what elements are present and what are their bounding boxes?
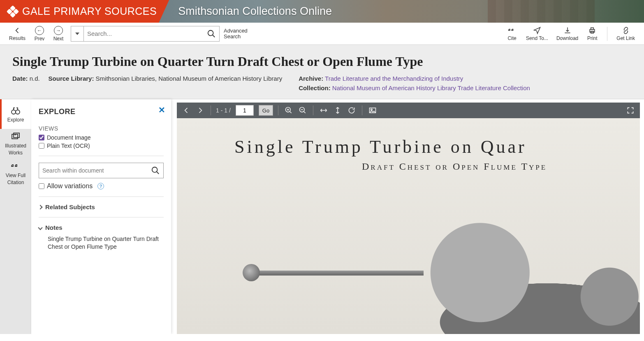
panel-divider-2 (39, 196, 164, 197)
archive-label: Archive: (299, 75, 323, 82)
brand-title: GALE PRIMARY SOURCES (22, 5, 157, 17)
rail-citation-label1: View Full (6, 173, 25, 178)
fit-width-button[interactable] (318, 105, 329, 116)
viewer-divider (211, 105, 211, 115)
close-panel-button[interactable]: ✕ (158, 105, 165, 115)
rotate-button[interactable] (346, 105, 357, 116)
viewer-divider-3 (313, 105, 313, 115)
gale-logo-icon (7, 6, 18, 17)
help-icon[interactable]: ? (97, 183, 104, 189)
allow-variations-label: Allow variations (47, 182, 93, 190)
next-button[interactable]: → Next (49, 26, 67, 42)
search-icon[interactable] (207, 29, 216, 38)
binoculars-icon (11, 106, 21, 116)
search-input[interactable] (87, 30, 207, 37)
plain-text-checkbox[interactable] (39, 143, 44, 149)
document-metadata: Single Trump Turbine on Quarter Turn Dra… (0, 45, 644, 99)
svg-point-5 (16, 110, 20, 114)
download-icon (563, 26, 572, 35)
get-link-button[interactable]: Get Link (613, 26, 638, 41)
svg-rect-1 (590, 29, 595, 32)
brand-badge[interactable]: GALE PRIMARY SOURCES (0, 0, 169, 23)
turbine-knob (243, 264, 260, 281)
chevron-right-icon (38, 205, 42, 209)
document-viewer: 1 - 1 / Go Single Trump Turbine on Quar … (177, 103, 640, 334)
go-button[interactable]: Go (259, 105, 273, 116)
fullscreen-button[interactable] (625, 105, 636, 116)
results-button[interactable]: Results (6, 26, 29, 41)
caret-down-icon (75, 33, 79, 35)
rail-illustrated-label1: Illustrated (5, 143, 26, 149)
download-button[interactable]: Download (553, 26, 581, 41)
send-to-button[interactable]: Send To... (523, 26, 551, 41)
results-label: Results (9, 35, 25, 41)
notes-toggle[interactable]: Notes (39, 224, 164, 231)
archive-link[interactable]: Trade Literature and the Merchandizing o… (325, 75, 463, 82)
send-icon (533, 26, 541, 35)
viewer-divider-4 (362, 105, 362, 115)
notes-body: Single Trump Turbine on Quarter Turn Dra… (39, 231, 164, 251)
viewer-next-page[interactable] (195, 105, 206, 116)
doc-image-label: Document Image (47, 134, 91, 141)
left-rail: Explore Illustrated Works View Full Cita… (0, 99, 31, 334)
related-subjects-toggle[interactable]: Related Subjects (39, 203, 164, 210)
next-label: Next (53, 36, 64, 42)
allow-variations-option[interactable]: Allow variations ? (39, 182, 164, 190)
doc-heading-line1: Single Trump Turbine on Quar (234, 136, 640, 157)
doc-image-option[interactable]: Document Image (39, 134, 164, 141)
fullscreen-icon (626, 106, 635, 114)
doc-heading-line2: Draft Chest or Open Flume Type (362, 161, 640, 172)
date-value: n.d. (30, 75, 40, 82)
explore-panel: ✕ EXPLORE VIEWS Document Image Plain Tex… (31, 99, 171, 334)
rail-citation-label2: Citation (7, 180, 24, 185)
svg-point-13 (371, 109, 372, 110)
page-number-input[interactable] (236, 105, 254, 116)
advanced-search-link[interactable]: Advanced Search (224, 28, 248, 40)
print-icon (588, 26, 596, 35)
site-subtitle: Smithsonian Collections Online (178, 5, 332, 18)
zoom-in-button[interactable] (283, 105, 294, 116)
rail-explore[interactable]: Explore (0, 99, 31, 129)
plain-text-option[interactable]: Plain Text (OCR) (39, 142, 164, 149)
search-scope-dropdown[interactable] (71, 26, 84, 42)
zoom-in-icon (285, 106, 293, 114)
zoom-out-icon (299, 106, 307, 114)
explore-heading: EXPLORE (39, 107, 164, 116)
download-label: Download (556, 35, 578, 41)
svg-point-4 (12, 110, 16, 114)
rail-explore-label: Explore (7, 117, 24, 123)
link-icon (622, 26, 630, 35)
image-mode-button[interactable] (367, 105, 378, 116)
plain-text-label: Plain Text (OCR) (47, 142, 90, 149)
search-within-input[interactable] (42, 167, 151, 174)
close-icon: ✕ (158, 105, 165, 114)
viewer-prev-page[interactable] (181, 105, 192, 116)
viewer-divider-2 (278, 105, 278, 115)
fit-height-icon (334, 106, 342, 114)
banner-background-trees (480, 0, 644, 23)
zoom-out-button[interactable] (297, 105, 308, 116)
get-link-label: Get Link (616, 35, 635, 41)
cite-button[interactable]: Cite (503, 26, 521, 41)
fit-height-button[interactable] (332, 105, 343, 116)
doc-image-checkbox[interactable] (39, 135, 44, 140)
fit-width-icon (320, 106, 328, 114)
collection-link[interactable]: National Museum of American History Libr… (332, 84, 530, 91)
chevron-left-icon (182, 106, 190, 114)
rail-view-full-citation[interactable]: View Full Citation (0, 159, 31, 188)
rail-illustrated-works[interactable]: Illustrated Works (0, 129, 31, 159)
page-range-label: 1 - 1 / (216, 107, 231, 114)
cite-label: Cite (507, 35, 516, 41)
page-title: Single Trump Turbine on Quarter Turn Dra… (12, 54, 632, 69)
search-within-icon[interactable] (151, 166, 160, 175)
prev-circle-icon: ← (35, 26, 44, 35)
print-button[interactable]: Print (583, 26, 601, 41)
views-heading: VIEWS (39, 125, 164, 132)
allow-variations-checkbox[interactable] (39, 183, 44, 189)
images-icon (11, 132, 21, 142)
main-area: Explore Illustrated Works View Full Cita… (0, 99, 644, 334)
prev-label: Prev (35, 36, 45, 42)
document-image[interactable]: Single Trump Turbine on Quar Draft Chest… (177, 118, 640, 334)
image-icon (368, 106, 377, 114)
prev-button[interactable]: ← Prev (30, 26, 49, 42)
